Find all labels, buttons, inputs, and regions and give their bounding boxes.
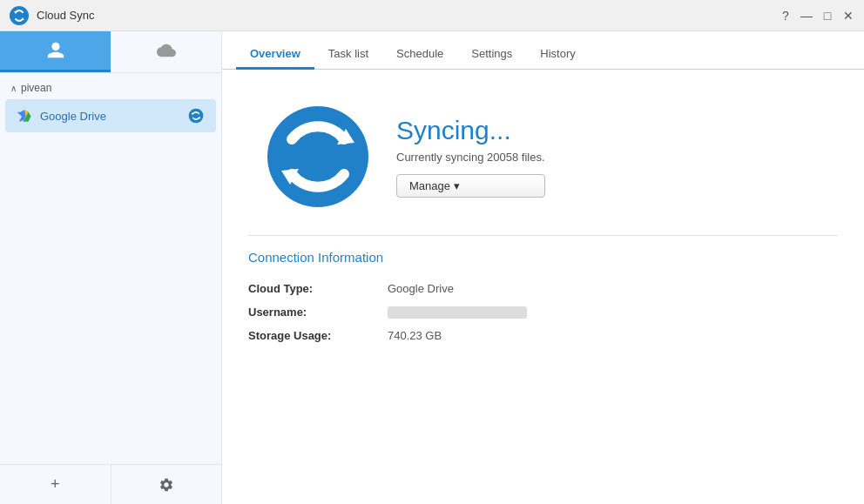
content-body: Syncing... Currently syncing 20058 files… [222,70,864,504]
svg-point-3 [189,109,204,124]
sync-icon-container [266,104,370,209]
sidebar-tab-user[interactable] [0,31,111,72]
connection-info-title: Connection Information [248,250,838,265]
google-drive-label: Google Drive [40,110,179,123]
username-value [388,306,527,319]
sync-action-icon[interactable] [186,106,206,125]
info-row-storage: Storage Usage: 740.23 GB [248,324,838,347]
dropdown-icon: ▾ [454,179,460,192]
sync-status-area: Syncing... Currently syncing 20058 files… [248,87,838,235]
app-title: Cloud Sync [37,9,94,22]
minimize-button[interactable]: — [800,9,813,23]
sidebar: ∧ pivean Google Drive [0,31,222,504]
close-button[interactable]: ✕ [841,9,855,23]
title-bar-left: Cloud Sync [9,5,94,26]
title-bar-controls: ? — □ ✕ [779,9,855,23]
tab-settings[interactable]: Settings [457,40,526,70]
google-drive-icon [16,107,33,124]
storage-label: Storage Usage: [248,329,388,342]
app-icon [9,5,30,26]
storage-value: 740.23 GB [388,329,442,342]
sync-title: Syncing... [396,116,545,145]
sidebar-item-google-drive[interactable]: Google Drive [5,99,216,132]
add-button[interactable]: + [0,465,111,504]
manage-label: Manage [409,179,450,192]
cloud-type-value: Google Drive [388,282,454,295]
connection-info-section: Connection Information Cloud Type: Googl… [248,235,838,347]
info-row-cloud-type: Cloud Type: Google Drive [248,277,838,300]
tab-overview[interactable]: Overview [236,40,314,70]
sync-info: Syncing... Currently syncing 20058 files… [396,116,545,198]
gear-icon [159,477,174,493]
sidebar-section-header: ∧ pivean [0,73,221,99]
tab-history[interactable]: History [526,40,589,70]
sidebar-footer: + [0,464,221,504]
sidebar-tabs [0,31,221,73]
help-button[interactable]: ? [779,9,793,23]
username-label: Username: [248,306,388,319]
user-icon [46,41,65,60]
main-container: ∧ pivean Google Drive [0,31,864,504]
tab-schedule[interactable]: Schedule [382,40,457,70]
chevron-icon: ∧ [10,84,17,93]
cloud-type-label: Cloud Type: [248,282,388,295]
manage-button[interactable]: Manage ▾ [396,174,545,198]
tab-task-list[interactable]: Task list [314,40,382,70]
sync-subtitle: Currently syncing 20058 files. [396,151,545,164]
svg-point-0 [10,6,29,25]
title-bar: Cloud Sync ? — □ ✕ [0,0,864,31]
info-row-username: Username: [248,300,838,324]
sync-small-icon [187,107,205,124]
sidebar-section-label: pivean [21,82,51,94]
sync-icon-large [266,104,370,209]
sidebar-tab-cloud[interactable] [111,31,221,72]
tab-bar: Overview Task list Schedule Settings His… [222,31,864,70]
content-area: Overview Task list Schedule Settings His… [222,31,864,504]
cloud-icon [157,41,176,60]
settings-button[interactable] [111,465,222,504]
maximize-button[interactable]: □ [820,9,834,23]
